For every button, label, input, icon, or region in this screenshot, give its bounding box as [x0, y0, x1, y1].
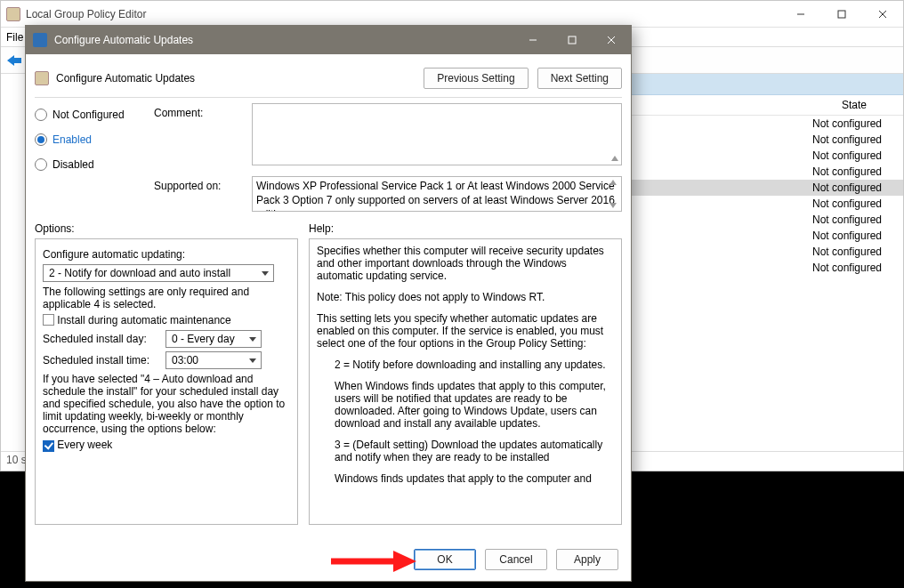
supported-on-box: Windows XP Professional Service Pack 1 o… [252, 176, 622, 212]
maximize-button[interactable] [821, 1, 862, 28]
scroll-up-icon[interactable] [609, 179, 617, 186]
radio-icon [35, 133, 47, 146]
help-label: Help: [309, 222, 622, 235]
install-day-select[interactable]: 0 - Every day [165, 330, 262, 348]
help-text: When Windows finds updates that apply to… [317, 380, 614, 430]
setting-state: Not configured [805, 197, 903, 210]
minimize-button[interactable] [780, 1, 821, 28]
setting-state: Not configured [805, 262, 903, 274]
setting-state: Not configured [805, 246, 903, 258]
dialog-title: Configure Automatic Updates [54, 34, 193, 46]
help-text: Note: This policy does not apply to Wind… [317, 291, 614, 303]
supported-label: Supported on: [154, 176, 243, 212]
setting-state: Not configured [805, 117, 903, 130]
options-label: Options: [35, 222, 309, 235]
configure-updating-select[interactable]: 2 - Notify for download and auto install [43, 264, 274, 282]
back-button[interactable] [4, 51, 24, 70]
radio-icon [35, 109, 47, 121]
every-week-checkbox[interactable] [43, 440, 54, 452]
required-note: The following settings are only required… [43, 286, 290, 310]
dialog-titlebar[interactable]: Configure Automatic Updates [26, 26, 631, 54]
install-time-label: Scheduled install time: [43, 354, 157, 366]
supported-on-text: Windows XP Professional Service Pack 1 o… [256, 180, 615, 212]
help-pane[interactable]: Specifies whether this computer will rec… [309, 238, 622, 525]
every-week-label: Every week [57, 439, 112, 451]
svg-marker-4 [7, 55, 21, 66]
dialog-minimize-button[interactable] [513, 26, 553, 54]
policy-heading-icon [35, 71, 49, 85]
install-maintenance-checkbox[interactable] [43, 314, 54, 326]
if4-note: If you have selected "4 – Auto download … [43, 373, 290, 435]
install-time-select[interactable]: 03:00 [165, 351, 262, 369]
help-text: 2 = Notify before downloading and instal… [317, 358, 614, 371]
menu-file[interactable]: File [6, 31, 23, 44]
cancel-button[interactable]: Cancel [485, 549, 547, 570]
dialog-close-button[interactable] [592, 26, 631, 54]
close-button[interactable] [862, 1, 903, 28]
policy-dialog: Configure Automatic Updates Configure Au… [25, 25, 632, 582]
setting-state: Not configured [805, 133, 903, 146]
comment-textarea[interactable] [252, 103, 622, 165]
apply-button[interactable]: Apply [556, 549, 618, 570]
dialog-icon [33, 33, 47, 47]
svg-rect-1 [838, 11, 845, 18]
comment-label: Comment: [154, 103, 243, 174]
radio-enabled[interactable]: Enabled [35, 130, 145, 149]
setting-state: Not configured [805, 181, 903, 194]
gpedit-titlebar: Local Group Policy Editor [1, 1, 903, 28]
help-text: This setting lets you specify whether au… [317, 312, 614, 350]
gpedit-app-icon [6, 7, 20, 21]
setting-state: Not configured [805, 230, 903, 242]
col-state-header[interactable]: State [805, 99, 903, 111]
configure-updating-label: Configure automatic updating: [43, 248, 290, 261]
options-pane[interactable]: Configure automatic updating: 2 - Notify… [35, 238, 298, 525]
gpedit-title: Local Group Policy Editor [26, 8, 146, 20]
help-text: Windows finds updates that apply to the … [317, 472, 614, 485]
install-day-label: Scheduled install day: [43, 333, 157, 345]
setting-state: Not configured [805, 149, 903, 162]
next-setting-button[interactable]: Next Setting [537, 68, 622, 89]
svg-marker-9 [611, 156, 618, 161]
setting-state: Not configured [805, 213, 903, 226]
radio-not-configured[interactable]: Not Configured [35, 105, 145, 125]
radio-disabled[interactable]: Disabled [35, 155, 145, 174]
scroll-down-icon[interactable] [609, 202, 617, 209]
previous-setting-button[interactable]: Previous Setting [424, 68, 528, 89]
dialog-maximize-button[interactable] [553, 26, 592, 54]
ok-button[interactable]: OK [414, 549, 476, 570]
svg-marker-11 [609, 203, 617, 208]
radio-icon [35, 158, 47, 171]
svg-rect-6 [569, 36, 576, 44]
install-maintenance-label: Install during automatic maintenance [57, 314, 230, 326]
help-text: Specifies whether this computer will rec… [317, 245, 614, 282]
svg-marker-10 [609, 180, 617, 185]
setting-state: Not configured [805, 165, 903, 178]
help-text: 3 = (Default setting) Download the updat… [317, 439, 614, 463]
dialog-footer: OK Cancel Apply [26, 538, 631, 581]
policy-heading: Configure Automatic Updates [56, 72, 195, 85]
